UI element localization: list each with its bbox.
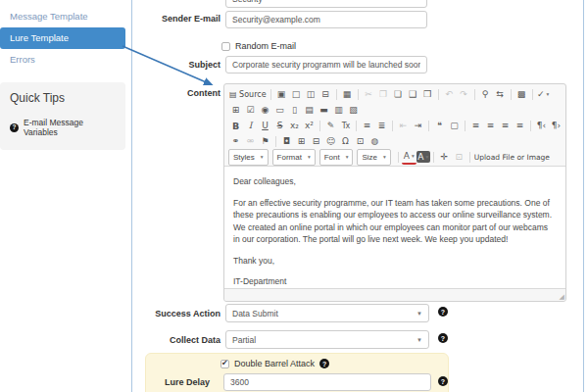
align-right-icon[interactable]: ≡ [498, 119, 513, 132]
smiley-icon[interactable]: ☺ [323, 134, 338, 148]
hidden-field-icon[interactable]: ▧ [346, 103, 361, 117]
select-all-icon[interactable]: ▩ [514, 87, 529, 101]
collect-data-select[interactable]: Partial ▼ [225, 330, 429, 349]
radio-button-icon[interactable]: ◉ [258, 103, 272, 117]
button-icon[interactable]: ▬ [317, 103, 331, 117]
sidebar-item-message-template[interactable]: Message Template [0, 6, 125, 27]
text-field-icon[interactable]: ▭ [272, 103, 287, 117]
select-field-icon[interactable]: ▤ [302, 103, 317, 117]
numbered-list-icon[interactable]: ≡ [360, 119, 374, 132]
styles-dropdown[interactable]: Styles▾ [228, 149, 269, 166]
show-blocks-icon[interactable]: ⊡ [452, 150, 466, 164]
iframe-icon[interactable]: ◍ [368, 134, 382, 148]
double-barrel-help-icon[interactable]: ? [319, 359, 329, 368]
blockquote-icon[interactable]: ❝ [432, 119, 447, 132]
toolbar-separator [398, 152, 399, 163]
chevron-down-icon: ▾ [425, 154, 428, 160]
toolbar-separator [356, 121, 357, 131]
text-color-button[interactable]: A▾ [402, 150, 416, 165]
paste-icon[interactable]: ❏ [391, 87, 406, 101]
print-icon[interactable]: ⊟ [318, 87, 333, 101]
sidebar-item-errors[interactable]: Errors [0, 49, 125, 71]
image-button-icon[interactable]: ▥ [331, 103, 346, 117]
underline-icon[interactable]: U [258, 119, 272, 132]
lure-delay-input[interactable] [223, 373, 431, 391]
double-barrel-checkbox[interactable] [220, 360, 229, 368]
spell-check-icon[interactable]: ✓▾ [536, 87, 551, 101]
success-action-select[interactable]: Data Submit ▼ [225, 304, 429, 322]
success-action-help-icon[interactable]: ? [438, 307, 448, 317]
form-icon[interactable]: ⊞ [228, 103, 243, 117]
editor-paragraph: For an effective security programme, our… [233, 197, 557, 246]
special-char-icon[interactable]: Ω [338, 134, 353, 148]
success-action-label: Success Action [132, 309, 220, 318]
unlink-icon[interactable]: ⚮ [243, 134, 258, 148]
sender-email-input[interactable] [225, 11, 427, 28]
save-icon[interactable]: ▣ [274, 87, 289, 101]
bidi-rtl-icon[interactable]: ¶› [549, 119, 564, 132]
link-icon[interactable]: ⚭ [228, 134, 243, 148]
bg-color-button[interactable]: A▾ [416, 151, 430, 163]
sidebar-item-lure-template[interactable]: Lure Template [0, 27, 125, 49]
preview-icon[interactable]: ◫ [304, 87, 318, 101]
rich-text-editor: ▤ Source▣□◫⊟▦✂❐❏❑❒↶↷⚲⇆▩✓▾⊞☑◉▭▯▤▬▥▧BIUSx₂… [223, 83, 566, 302]
maximize-icon[interactable]: ✛ [437, 150, 452, 164]
resize-handle-icon[interactable]: ◢ [560, 292, 564, 301]
bidi-ltr-icon[interactable]: ¶‹ [534, 119, 549, 132]
indent-icon[interactable]: ⇥ [411, 119, 425, 132]
div-container-icon[interactable]: ▢ [447, 119, 462, 132]
toolbar-separator [465, 121, 466, 131]
redo-icon[interactable]: ↷ [457, 87, 471, 101]
bulleted-list-icon[interactable]: ≣ [374, 119, 389, 132]
page-break-icon[interactable]: ⊡ [353, 134, 368, 148]
horizontal-rule-icon[interactable]: ⊟ [309, 134, 323, 148]
email-message-variables-link[interactable]: ? E-mail Message Variables [10, 118, 116, 137]
size-dropdown[interactable]: Size▾ [357, 149, 390, 166]
textarea-icon[interactable]: ▯ [287, 103, 302, 117]
copy-formatting-icon[interactable]: ✎ [323, 119, 338, 132]
subscript-icon[interactable]: x₂ [287, 119, 302, 132]
paste-word-icon[interactable]: ❒ [420, 87, 435, 101]
templates-icon[interactable]: ▦ [340, 87, 355, 101]
strikethrough-icon[interactable]: S [272, 119, 287, 132]
lure-delay-help-icon[interactable]: ? [438, 376, 448, 386]
source-button[interactable]: ▤ Source [228, 87, 268, 101]
undo-icon[interactable]: ↶ [442, 87, 457, 101]
align-center-icon[interactable]: ≡ [483, 119, 498, 132]
replace-icon[interactable]: ⇆ [493, 87, 508, 101]
find-icon[interactable]: ⚲ [478, 87, 493, 101]
table-icon[interactable]: ⊞ [294, 134, 309, 148]
superscript-icon[interactable]: x² [302, 119, 317, 132]
font-dropdown[interactable]: Font▾ [319, 149, 354, 166]
chevron-down-icon: ▾ [383, 154, 386, 160]
align-left-icon[interactable]: ≡ [468, 119, 483, 132]
image-icon[interactable]: ◘ [279, 134, 294, 148]
cut-icon[interactable]: ✂ [362, 87, 376, 101]
bold-icon[interactable]: B [228, 119, 243, 132]
paste-text-icon[interactable]: ❑ [406, 87, 420, 101]
editor-toolbar: ▤ Source▣□◫⊟▦✂❐❏❑❒↶↷⚲⇆▩✓▾⊞☑◉▭▯▤▬▥▧BIUSx₂… [224, 84, 565, 167]
copy-icon[interactable]: ❐ [376, 87, 391, 101]
random-email-label: Random E-mail [235, 41, 296, 51]
italic-icon[interactable]: I [243, 119, 258, 132]
subject-input[interactable] [225, 56, 427, 74]
anchor-icon[interactable]: ⚑ [258, 134, 272, 148]
format-dropdown[interactable]: Format▾ [272, 149, 316, 166]
random-email-checkbox[interactable] [221, 42, 230, 51]
collect-data-help-icon[interactable]: ? [438, 333, 448, 343]
new-page-icon[interactable]: □ [289, 87, 304, 101]
editor-paragraph: Dear colleagues, [233, 175, 557, 188]
toolbar-separator [392, 121, 393, 131]
checkbox-icon[interactable]: ☑ [243, 103, 258, 117]
editor-paragraph: IT-Department [233, 275, 557, 288]
toolbar-separator [275, 136, 276, 147]
sender-name-input[interactable] [225, 0, 427, 8]
outdent-icon[interactable]: ⇤ [396, 119, 411, 132]
editor-content[interactable]: Dear colleagues,For an effective securit… [224, 167, 565, 288]
align-justify-icon[interactable]: ≡ [513, 119, 527, 132]
editor-status-bar: ◢ [224, 288, 565, 301]
content-label: Content [132, 88, 220, 98]
upload-button[interactable]: Upload File or Image [473, 150, 551, 164]
remove-format-icon[interactable]: Tx [338, 119, 353, 132]
chevron-down-icon: ▾ [546, 91, 549, 97]
